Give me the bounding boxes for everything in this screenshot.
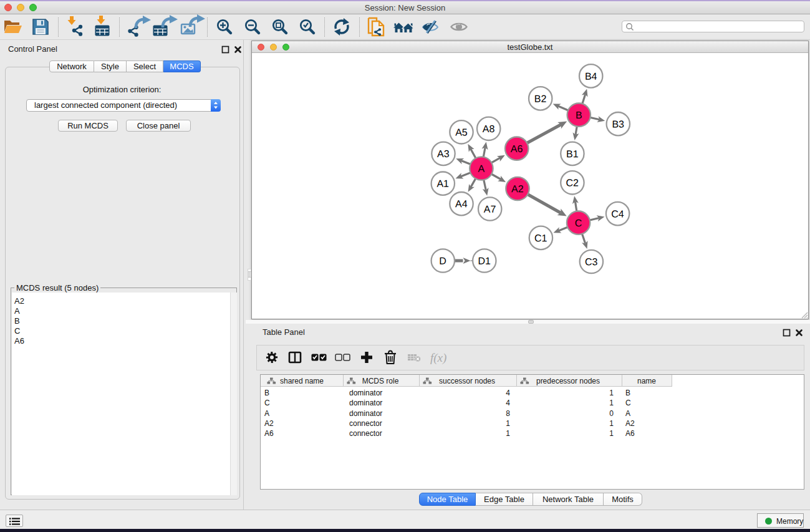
svg-text:C3: C3 bbox=[585, 256, 598, 267]
svg-text:A6: A6 bbox=[511, 143, 523, 154]
svg-text:A: A bbox=[478, 163, 485, 174]
svg-text:B4: B4 bbox=[585, 71, 597, 82]
svg-text:C4: C4 bbox=[611, 208, 624, 219]
svg-text:A5: A5 bbox=[455, 127, 468, 137]
svg-text:B3: B3 bbox=[612, 119, 624, 130]
svg-text:A7: A7 bbox=[484, 204, 496, 215]
svg-text:B1: B1 bbox=[566, 148, 579, 159]
svg-text:C: C bbox=[575, 218, 582, 228]
svg-text:D1: D1 bbox=[478, 256, 491, 266]
svg-text:C1: C1 bbox=[534, 233, 547, 243]
svg-text:A1: A1 bbox=[436, 178, 449, 189]
svg-text:C2: C2 bbox=[566, 178, 579, 188]
svg-text:A3: A3 bbox=[437, 148, 450, 159]
svg-text:f(x): f(x) bbox=[430, 351, 446, 365]
svg-text:B2: B2 bbox=[534, 94, 547, 104]
svg-text:A2: A2 bbox=[511, 183, 524, 194]
svg-text:A4: A4 bbox=[455, 198, 468, 209]
svg-text:D: D bbox=[439, 256, 446, 266]
svg-text:A8: A8 bbox=[483, 123, 495, 134]
svg-text:B: B bbox=[576, 110, 582, 120]
